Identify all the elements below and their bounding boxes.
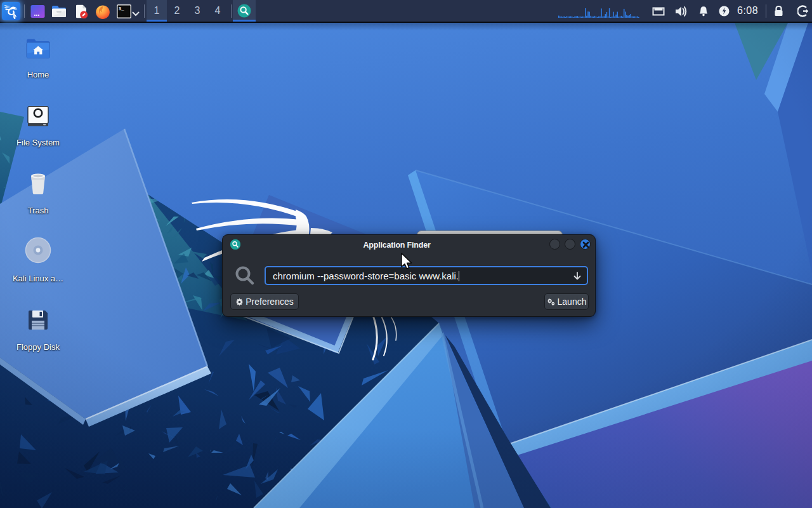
svg-text:$_: $_ <box>119 6 124 11</box>
